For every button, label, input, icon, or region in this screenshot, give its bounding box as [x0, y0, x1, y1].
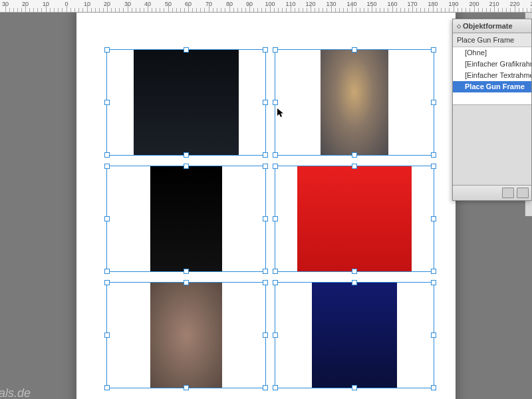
resize-handle-tl[interactable] — [104, 47, 110, 53]
resize-handle-t[interactable] — [352, 280, 357, 285]
cursor-pointer-icon — [277, 108, 284, 118]
object-style-list[interactable]: [Ohne][Einfacher Grafikrahmen][Einfacher… — [453, 47, 531, 105]
ruler-tick — [412, 5, 413, 12]
watermark-text: als.de — [0, 386, 31, 399]
resize-handle-l[interactable] — [104, 216, 110, 221]
resize-handle-r[interactable] — [263, 100, 268, 105]
ruler-minor-tick — [519, 8, 519, 12]
current-object-style-name[interactable]: Place Gun Frame — [453, 33, 531, 47]
ruler-minor-tick — [278, 8, 279, 12]
new-style-icon[interactable] — [502, 188, 514, 198]
resize-handle-r[interactable] — [431, 100, 436, 105]
resize-handle-t[interactable] — [184, 47, 189, 53]
placed-image[interactable] — [150, 283, 222, 388]
ruler-minor-tick — [132, 8, 132, 12]
resize-handle-l[interactable] — [104, 332, 110, 338]
resize-handle-tr[interactable] — [431, 47, 436, 53]
ruler-minor-tick — [176, 8, 177, 12]
frame-5[interactable] — [106, 282, 266, 388]
resize-handle-r[interactable] — [263, 216, 268, 221]
ruler-minor-tick — [420, 8, 421, 12]
ruler-minor-tick — [502, 8, 503, 12]
frame-4[interactable] — [275, 166, 434, 272]
resize-handle-l[interactable] — [273, 332, 278, 338]
placed-image[interactable] — [134, 50, 239, 155]
resize-handle-bl[interactable] — [104, 269, 110, 274]
resize-handle-bl[interactable] — [273, 152, 278, 158]
resize-handle-l[interactable] — [273, 216, 278, 221]
placed-image[interactable] — [297, 166, 412, 271]
resize-handle-r[interactable] — [263, 332, 268, 338]
document-canvas[interactable] — [0, 12, 452, 399]
ruler-tick — [148, 5, 148, 12]
ruler-tick — [87, 5, 88, 12]
ruler-minor-tick — [388, 8, 388, 12]
placed-image[interactable] — [312, 283, 397, 388]
resize-handle-br[interactable] — [431, 152, 436, 158]
delete-style-icon[interactable] — [517, 188, 529, 198]
ruler-minor-tick — [368, 8, 368, 12]
ruler-minor-tick — [82, 8, 83, 12]
object-style-item[interactable]: Place Gun Frame — [453, 81, 531, 92]
resize-handle-t[interactable] — [184, 280, 189, 285]
ruler-minor-tick — [37, 8, 38, 12]
ruler-tick — [5, 5, 6, 12]
resize-handle-tr[interactable] — [263, 47, 268, 53]
resize-handle-bl[interactable] — [104, 385, 110, 390]
placed-image[interactable] — [150, 166, 222, 271]
frame-3[interactable] — [106, 166, 266, 272]
resize-handle-tr[interactable] — [431, 280, 436, 285]
ruler-tick — [128, 5, 128, 12]
resize-handle-tr[interactable] — [263, 280, 268, 285]
resize-handle-br[interactable] — [263, 269, 268, 274]
ruler-minor-tick — [136, 8, 136, 12]
object-style-item[interactable]: [Einfacher Textrahmen] — [453, 70, 531, 81]
resize-handle-b[interactable] — [184, 385, 189, 390]
resize-handle-br[interactable] — [431, 269, 436, 274]
ruler-minor-tick — [339, 8, 340, 12]
object-style-item[interactable]: [Einfacher Grafikrahmen] — [453, 59, 531, 70]
ruler-minor-tick — [217, 8, 217, 12]
frame-6[interactable] — [275, 282, 434, 388]
resize-handle-bl[interactable] — [104, 152, 110, 158]
resize-handle-tl[interactable] — [273, 280, 278, 285]
object-style-item[interactable]: [Ohne] — [453, 47, 531, 59]
ruler-tick — [352, 5, 352, 12]
resize-handle-t[interactable] — [352, 47, 357, 53]
ruler-minor-tick — [144, 8, 144, 12]
ruler-minor-tick — [123, 8, 124, 12]
resize-handle-b[interactable] — [352, 269, 357, 274]
resize-handle-r[interactable] — [431, 216, 436, 221]
resize-handle-t[interactable] — [184, 164, 189, 169]
resize-handle-br[interactable] — [263, 385, 268, 390]
resize-handle-t[interactable] — [352, 164, 357, 169]
resize-handle-b[interactable] — [184, 152, 189, 158]
frame-2[interactable] — [275, 49, 434, 156]
ruler-minor-tick — [99, 8, 100, 12]
resize-handle-l[interactable] — [273, 100, 278, 105]
resize-handle-b[interactable] — [352, 152, 357, 158]
resize-handle-tl[interactable] — [104, 164, 110, 169]
resize-handle-b[interactable] — [352, 385, 357, 390]
ruler-minor-tick — [376, 8, 376, 12]
resize-handle-tl[interactable] — [273, 47, 278, 53]
resize-handle-r[interactable] — [431, 332, 436, 338]
resize-handle-bl[interactable] — [273, 385, 278, 390]
resize-handle-br[interactable] — [431, 385, 436, 390]
object-styles-panel-tab[interactable]: ◇ Objektformate — [453, 19, 531, 33]
resize-handle-tr[interactable] — [263, 164, 268, 169]
resize-handle-tl[interactable] — [273, 164, 278, 169]
ruler-minor-tick — [17, 8, 18, 12]
ruler-minor-tick — [458, 8, 458, 12]
placed-image[interactable] — [321, 50, 388, 155]
resize-handle-l[interactable] — [104, 100, 110, 105]
ruler-minor-tick — [70, 8, 71, 12]
ruler-minor-tick — [257, 8, 258, 12]
horizontal-ruler[interactable]: 3020100102030405060708090100110120130140… — [0, 0, 532, 13]
resize-handle-bl[interactable] — [273, 269, 278, 274]
frame-1[interactable] — [106, 49, 266, 156]
resize-handle-tl[interactable] — [104, 280, 110, 285]
resize-handle-tr[interactable] — [431, 164, 436, 169]
resize-handle-b[interactable] — [184, 269, 189, 274]
resize-handle-br[interactable] — [263, 152, 268, 158]
